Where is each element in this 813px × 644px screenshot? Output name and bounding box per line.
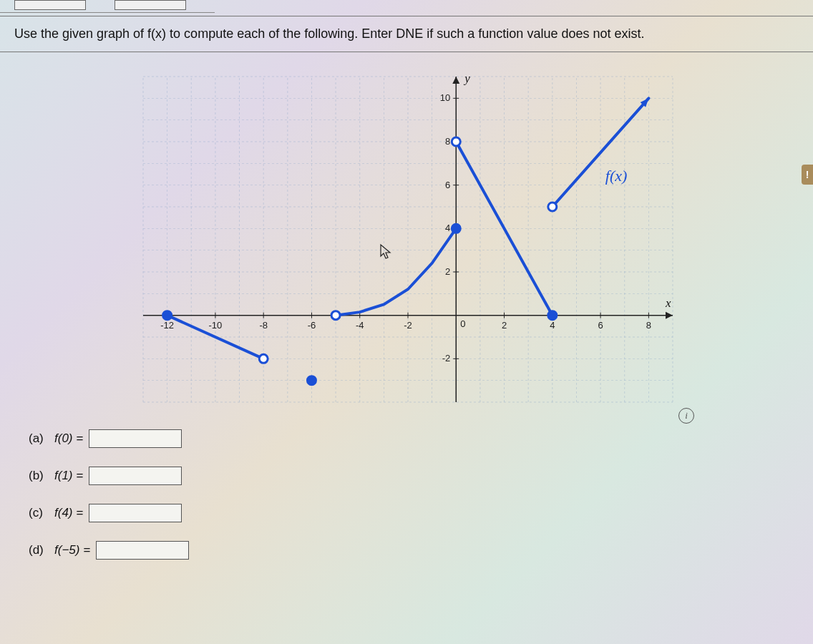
svg-text:-2: -2 — [404, 320, 412, 331]
graph-plot: -12-10-8-6-4-202468-2246810yxf(x) i — [129, 66, 687, 416]
answer-label: (b) — [29, 469, 54, 483]
answer-input-d[interactable] — [96, 541, 189, 560]
svg-text:-10: -10 — [209, 320, 223, 331]
svg-text:y: y — [463, 72, 470, 85]
answer-row-b: (b) f(1) = — [29, 467, 189, 485]
answer-row-d: (d) f(−5) = — [29, 541, 189, 560]
answer-row-a: (a) f(0) = — [29, 429, 189, 448]
svg-text:8: 8 — [445, 136, 450, 147]
info-icon[interactable]: i — [678, 408, 694, 424]
svg-text:0: 0 — [460, 318, 465, 329]
svg-text:-4: -4 — [356, 320, 364, 331]
svg-text:4: 4 — [445, 223, 450, 233]
svg-text:-12: -12 — [160, 320, 174, 331]
answer-input-b[interactable] — [89, 467, 182, 485]
toolbar-box — [115, 0, 186, 10]
svg-point-81 — [452, 224, 460, 233]
svg-point-82 — [452, 137, 460, 146]
answer-row-c: (c) f(4) = — [29, 504, 189, 522]
svg-text:2: 2 — [502, 320, 507, 331]
answer-input-a[interactable] — [89, 429, 182, 448]
svg-text:6: 6 — [598, 320, 603, 331]
svg-point-78 — [259, 354, 268, 363]
answer-input-c[interactable] — [89, 504, 182, 522]
svg-text:-6: -6 — [308, 320, 316, 331]
answer-function: f(4) = — [54, 506, 83, 520]
svg-text:10: 10 — [440, 92, 450, 103]
side-tab-button[interactable]: ! — [802, 165, 813, 185]
svg-text:2: 2 — [445, 266, 450, 277]
svg-text:4: 4 — [550, 320, 555, 331]
svg-point-84 — [548, 203, 557, 211]
svg-point-79 — [307, 376, 316, 385]
answer-label: (c) — [29, 506, 54, 520]
svg-point-83 — [548, 311, 557, 320]
svg-text:-8: -8 — [259, 320, 268, 331]
toolbar-box — [14, 0, 86, 10]
svg-text:8: 8 — [646, 320, 651, 331]
svg-text:6: 6 — [445, 180, 450, 190]
answer-function: f(−5) = — [54, 543, 90, 557]
svg-point-77 — [163, 311, 172, 320]
svg-point-80 — [331, 311, 340, 320]
answer-function: f(1) = — [54, 469, 83, 483]
svg-text:x: x — [665, 296, 671, 310]
svg-text:-2: -2 — [442, 353, 451, 364]
answer-label: (d) — [29, 543, 54, 557]
answer-function: f(0) = — [54, 431, 83, 446]
answer-section: (a) f(0) = (b) f(1) = (c) f(4) = (d) f(−… — [29, 429, 189, 578]
svg-text:f(x): f(x) — [605, 167, 628, 185]
answer-label: (a) — [29, 431, 54, 446]
question-text: Use the given graph of f(x) to compute e… — [0, 16, 813, 52]
toolbar-fragment — [0, 0, 215, 13]
